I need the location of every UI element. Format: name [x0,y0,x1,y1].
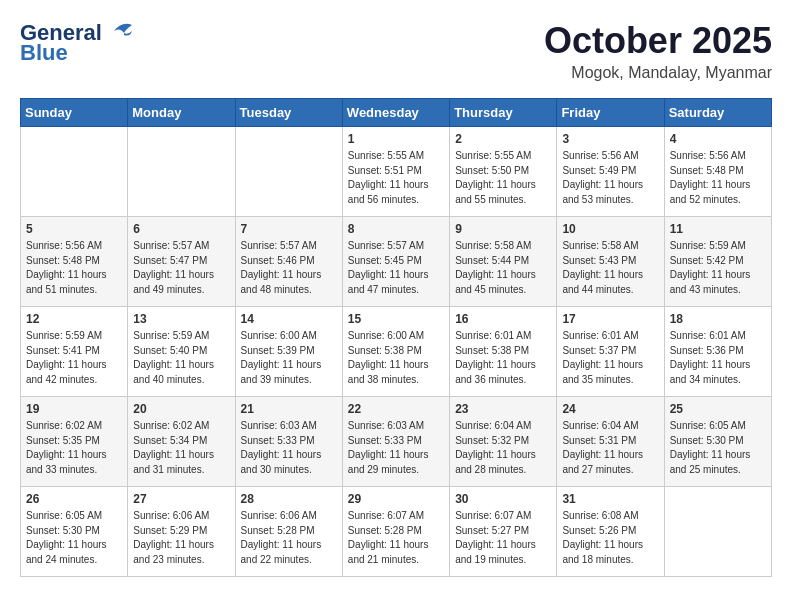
day-info: Sunrise: 6:04 AM Sunset: 5:32 PM Dayligh… [455,419,551,477]
day-info: Sunrise: 5:57 AM Sunset: 5:46 PM Dayligh… [241,239,337,297]
day-number: 24 [562,402,658,416]
day-info: Sunrise: 6:02 AM Sunset: 5:34 PM Dayligh… [133,419,229,477]
day-number: 22 [348,402,444,416]
weekday-header-row: SundayMondayTuesdayWednesdayThursdayFrid… [21,99,772,127]
day-cell-2: 2Sunrise: 5:55 AM Sunset: 5:50 PM Daylig… [450,127,557,217]
empty-cell [21,127,128,217]
day-info: Sunrise: 6:04 AM Sunset: 5:31 PM Dayligh… [562,419,658,477]
day-info: Sunrise: 5:57 AM Sunset: 5:45 PM Dayligh… [348,239,444,297]
day-info: Sunrise: 6:00 AM Sunset: 5:38 PM Dayligh… [348,329,444,387]
day-info: Sunrise: 6:05 AM Sunset: 5:30 PM Dayligh… [26,509,122,567]
day-cell-31: 31Sunrise: 6:08 AM Sunset: 5:26 PM Dayli… [557,487,664,577]
day-number: 1 [348,132,444,146]
day-number: 21 [241,402,337,416]
weekday-header-friday: Friday [557,99,664,127]
day-info: Sunrise: 5:59 AM Sunset: 5:40 PM Dayligh… [133,329,229,387]
day-number: 5 [26,222,122,236]
day-number: 11 [670,222,766,236]
day-cell-25: 25Sunrise: 6:05 AM Sunset: 5:30 PM Dayli… [664,397,771,487]
day-number: 25 [670,402,766,416]
day-cell-27: 27Sunrise: 6:06 AM Sunset: 5:29 PM Dayli… [128,487,235,577]
day-number: 14 [241,312,337,326]
day-info: Sunrise: 6:06 AM Sunset: 5:29 PM Dayligh… [133,509,229,567]
month-year-title: October 2025 [544,20,772,62]
day-cell-11: 11Sunrise: 5:59 AM Sunset: 5:42 PM Dayli… [664,217,771,307]
day-number: 6 [133,222,229,236]
day-info: Sunrise: 5:56 AM Sunset: 5:48 PM Dayligh… [26,239,122,297]
day-info: Sunrise: 5:59 AM Sunset: 5:42 PM Dayligh… [670,239,766,297]
day-cell-7: 7Sunrise: 5:57 AM Sunset: 5:46 PM Daylig… [235,217,342,307]
day-cell-14: 14Sunrise: 6:00 AM Sunset: 5:39 PM Dayli… [235,307,342,397]
calendar-table: SundayMondayTuesdayWednesdayThursdayFrid… [20,98,772,577]
day-info: Sunrise: 6:01 AM Sunset: 5:38 PM Dayligh… [455,329,551,387]
day-number: 9 [455,222,551,236]
day-number: 29 [348,492,444,506]
day-number: 15 [348,312,444,326]
day-info: Sunrise: 5:58 AM Sunset: 5:43 PM Dayligh… [562,239,658,297]
weekday-header-monday: Monday [128,99,235,127]
day-info: Sunrise: 5:56 AM Sunset: 5:49 PM Dayligh… [562,149,658,207]
weekday-header-sunday: Sunday [21,99,128,127]
weekday-header-tuesday: Tuesday [235,99,342,127]
page-header: General Blue October 2025 Mogok, Mandala… [20,20,772,82]
day-number: 13 [133,312,229,326]
day-number: 2 [455,132,551,146]
day-cell-26: 26Sunrise: 6:05 AM Sunset: 5:30 PM Dayli… [21,487,128,577]
day-number: 7 [241,222,337,236]
day-info: Sunrise: 5:55 AM Sunset: 5:51 PM Dayligh… [348,149,444,207]
logo: General Blue [20,20,136,66]
day-info: Sunrise: 6:03 AM Sunset: 5:33 PM Dayligh… [241,419,337,477]
day-number: 3 [562,132,658,146]
day-cell-18: 18Sunrise: 6:01 AM Sunset: 5:36 PM Dayli… [664,307,771,397]
day-info: Sunrise: 6:01 AM Sunset: 5:36 PM Dayligh… [670,329,766,387]
day-cell-15: 15Sunrise: 6:00 AM Sunset: 5:38 PM Dayli… [342,307,449,397]
day-number: 31 [562,492,658,506]
day-cell-28: 28Sunrise: 6:06 AM Sunset: 5:28 PM Dayli… [235,487,342,577]
day-number: 16 [455,312,551,326]
day-cell-19: 19Sunrise: 6:02 AM Sunset: 5:35 PM Dayli… [21,397,128,487]
day-number: 19 [26,402,122,416]
day-number: 30 [455,492,551,506]
day-info: Sunrise: 5:59 AM Sunset: 5:41 PM Dayligh… [26,329,122,387]
day-number: 8 [348,222,444,236]
day-number: 26 [26,492,122,506]
day-info: Sunrise: 6:08 AM Sunset: 5:26 PM Dayligh… [562,509,658,567]
day-info: Sunrise: 6:07 AM Sunset: 5:28 PM Dayligh… [348,509,444,567]
day-cell-1: 1Sunrise: 5:55 AM Sunset: 5:51 PM Daylig… [342,127,449,217]
day-number: 18 [670,312,766,326]
day-cell-16: 16Sunrise: 6:01 AM Sunset: 5:38 PM Dayli… [450,307,557,397]
day-info: Sunrise: 5:56 AM Sunset: 5:48 PM Dayligh… [670,149,766,207]
day-number: 4 [670,132,766,146]
weekday-header-wednesday: Wednesday [342,99,449,127]
day-cell-5: 5Sunrise: 5:56 AM Sunset: 5:48 PM Daylig… [21,217,128,307]
empty-cell [128,127,235,217]
day-cell-4: 4Sunrise: 5:56 AM Sunset: 5:48 PM Daylig… [664,127,771,217]
empty-cell [235,127,342,217]
logo-blue-text: Blue [20,40,68,66]
day-cell-21: 21Sunrise: 6:03 AM Sunset: 5:33 PM Dayli… [235,397,342,487]
day-cell-6: 6Sunrise: 5:57 AM Sunset: 5:47 PM Daylig… [128,217,235,307]
day-info: Sunrise: 6:02 AM Sunset: 5:35 PM Dayligh… [26,419,122,477]
day-cell-8: 8Sunrise: 5:57 AM Sunset: 5:45 PM Daylig… [342,217,449,307]
location-subtitle: Mogok, Mandalay, Myanmar [544,64,772,82]
week-row-2: 5Sunrise: 5:56 AM Sunset: 5:48 PM Daylig… [21,217,772,307]
day-info: Sunrise: 5:57 AM Sunset: 5:47 PM Dayligh… [133,239,229,297]
day-cell-29: 29Sunrise: 6:07 AM Sunset: 5:28 PM Dayli… [342,487,449,577]
week-row-1: 1Sunrise: 5:55 AM Sunset: 5:51 PM Daylig… [21,127,772,217]
day-cell-12: 12Sunrise: 5:59 AM Sunset: 5:41 PM Dayli… [21,307,128,397]
day-cell-10: 10Sunrise: 5:58 AM Sunset: 5:43 PM Dayli… [557,217,664,307]
day-info: Sunrise: 6:06 AM Sunset: 5:28 PM Dayligh… [241,509,337,567]
day-info: Sunrise: 6:03 AM Sunset: 5:33 PM Dayligh… [348,419,444,477]
week-row-5: 26Sunrise: 6:05 AM Sunset: 5:30 PM Dayli… [21,487,772,577]
week-row-3: 12Sunrise: 5:59 AM Sunset: 5:41 PM Dayli… [21,307,772,397]
empty-cell [664,487,771,577]
day-cell-30: 30Sunrise: 6:07 AM Sunset: 5:27 PM Dayli… [450,487,557,577]
day-cell-20: 20Sunrise: 6:02 AM Sunset: 5:34 PM Dayli… [128,397,235,487]
day-cell-23: 23Sunrise: 6:04 AM Sunset: 5:32 PM Dayli… [450,397,557,487]
day-number: 12 [26,312,122,326]
day-info: Sunrise: 6:00 AM Sunset: 5:39 PM Dayligh… [241,329,337,387]
weekday-header-thursday: Thursday [450,99,557,127]
day-number: 28 [241,492,337,506]
weekday-header-saturday: Saturday [664,99,771,127]
day-cell-13: 13Sunrise: 5:59 AM Sunset: 5:40 PM Dayli… [128,307,235,397]
